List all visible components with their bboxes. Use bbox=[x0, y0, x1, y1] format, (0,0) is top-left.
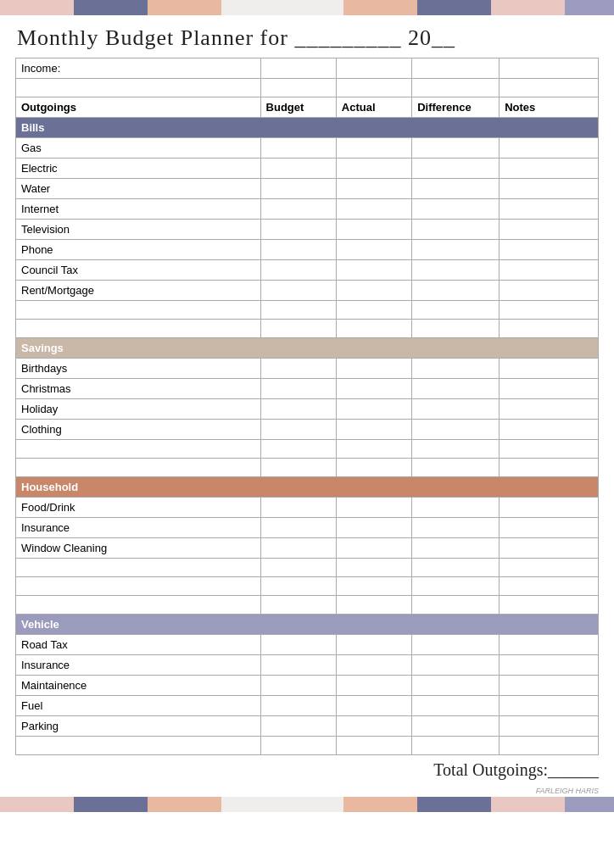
table-row: Phone bbox=[16, 240, 599, 260]
vehicle-road-tax: Road Tax bbox=[16, 635, 261, 655]
column-headers: Outgoings Budget Actual Difference Notes bbox=[16, 97, 599, 118]
bills-gas: Gas bbox=[16, 138, 261, 159]
table-row: Electric bbox=[16, 159, 599, 179]
col-notes: Notes bbox=[500, 97, 599, 118]
table-row: Christmas bbox=[16, 379, 599, 399]
table-row: Internet bbox=[16, 199, 599, 220]
household-window-cleaning: Window Cleaning bbox=[16, 538, 261, 559]
table-row: Gas bbox=[16, 138, 599, 159]
household-label: Household bbox=[16, 477, 599, 498]
table-row: Window Cleaning bbox=[16, 538, 599, 559]
empty-row-7 bbox=[16, 577, 599, 596]
table-row: Council Tax bbox=[16, 260, 599, 281]
credit-area: FARLEIGH HARIS bbox=[0, 785, 614, 797]
bills-section-header: Bills bbox=[16, 118, 599, 138]
income-actual[interactable] bbox=[336, 58, 411, 79]
savings-christmas: Christmas bbox=[16, 379, 261, 399]
vehicle-section-header: Vehicle bbox=[16, 615, 599, 635]
income-diff[interactable] bbox=[412, 58, 500, 79]
empty-row-8 bbox=[16, 596, 599, 615]
household-insurance: Insurance bbox=[16, 518, 261, 538]
table-row: Television bbox=[16, 220, 599, 240]
table-row: Fuel bbox=[16, 696, 599, 716]
empty-row-5 bbox=[16, 459, 599, 477]
vehicle-fuel: Fuel bbox=[16, 696, 261, 716]
empty-row-6 bbox=[16, 559, 599, 577]
bills-rent-mortgage: Rent/Mortgage bbox=[16, 281, 261, 301]
table-row: Holiday bbox=[16, 399, 599, 420]
budget-table: Income: Outgoings Budget Actual Differen… bbox=[15, 58, 599, 755]
table-row: Maintainence bbox=[16, 676, 599, 696]
bills-electric: Electric bbox=[16, 159, 261, 179]
empty-row-9 bbox=[16, 737, 599, 755]
income-budget[interactable] bbox=[260, 58, 336, 79]
table-row: Insurance bbox=[16, 655, 599, 676]
vehicle-label: Vehicle bbox=[16, 615, 599, 635]
empty-row-1 bbox=[16, 79, 599, 97]
empty-row-2 bbox=[16, 301, 599, 320]
table-row: Water bbox=[16, 179, 599, 199]
bills-gas-actual[interactable] bbox=[336, 138, 411, 159]
income-row: Income: bbox=[16, 58, 599, 79]
bills-internet: Internet bbox=[16, 199, 261, 220]
bottom-color-bar bbox=[0, 797, 614, 812]
bills-water: Water bbox=[16, 179, 261, 199]
table-row: Clothing bbox=[16, 420, 599, 440]
bills-gas-diff[interactable] bbox=[412, 138, 500, 159]
table-row: Road Tax bbox=[16, 635, 599, 655]
col-difference: Difference bbox=[412, 97, 500, 118]
bills-gas-notes[interactable] bbox=[500, 138, 599, 159]
col-actual: Actual bbox=[336, 97, 411, 118]
budget-table-wrap: Income: Outgoings Budget Actual Differen… bbox=[0, 58, 614, 755]
page-title: Monthly Budget Planner for _________ 20_… bbox=[0, 15, 614, 58]
savings-section-header: Savings bbox=[16, 338, 599, 359]
table-row: Rent/Mortgage bbox=[16, 281, 599, 301]
table-row: Birthdays bbox=[16, 359, 599, 379]
bills-phone: Phone bbox=[16, 240, 261, 260]
credit-text: FARLEIGH HARIS bbox=[536, 787, 599, 795]
col-budget: Budget bbox=[260, 97, 336, 118]
household-food-drink: Food/Drink bbox=[16, 498, 261, 518]
bills-television: Television bbox=[16, 220, 261, 240]
household-section-header: Household bbox=[16, 477, 599, 498]
savings-holiday: Holiday bbox=[16, 399, 261, 420]
bills-gas-budget[interactable] bbox=[260, 138, 336, 159]
total-outgoings-area: Total Outgoings:______ bbox=[0, 755, 614, 785]
page: Monthly Budget Planner for _________ 20_… bbox=[0, 0, 614, 868]
bills-council-tax: Council Tax bbox=[16, 260, 261, 281]
vehicle-parking: Parking bbox=[16, 716, 261, 737]
empty-row-4 bbox=[16, 440, 599, 459]
table-row: Parking bbox=[16, 716, 599, 737]
income-label: Income: bbox=[16, 58, 261, 79]
title-text: Monthly Budget Planner for _________ 20_… bbox=[17, 25, 455, 50]
empty-row-3 bbox=[16, 320, 599, 338]
income-notes[interactable] bbox=[500, 58, 599, 79]
table-row: Food/Drink bbox=[16, 498, 599, 518]
vehicle-insurance: Insurance bbox=[16, 655, 261, 676]
vehicle-maintainence: Maintainence bbox=[16, 676, 261, 696]
col-outgoings: Outgoings bbox=[16, 97, 261, 118]
bills-label: Bills bbox=[16, 118, 599, 138]
top-color-bar bbox=[0, 0, 614, 15]
table-row: Insurance bbox=[16, 518, 599, 538]
savings-label: Savings bbox=[16, 338, 599, 359]
savings-birthdays: Birthdays bbox=[16, 359, 261, 379]
savings-clothing: Clothing bbox=[16, 420, 261, 440]
total-outgoings-label: Total Outgoings:______ bbox=[433, 760, 599, 779]
